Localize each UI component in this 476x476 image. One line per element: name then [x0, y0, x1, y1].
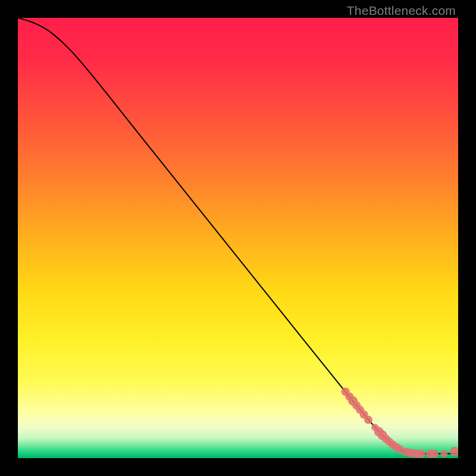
chart-stage: TheBottleneck.com	[0, 0, 476, 476]
chart-data-point	[417, 450, 425, 458]
chart-data-point	[440, 450, 447, 458]
chart-data-point	[364, 416, 372, 424]
chart-data-point	[450, 447, 458, 456]
chart-data-point	[430, 450, 439, 458]
chart-points-layer	[18, 18, 458, 458]
chart-plot-area	[18, 18, 458, 458]
watermark-label: TheBottleneck.com	[347, 4, 456, 18]
